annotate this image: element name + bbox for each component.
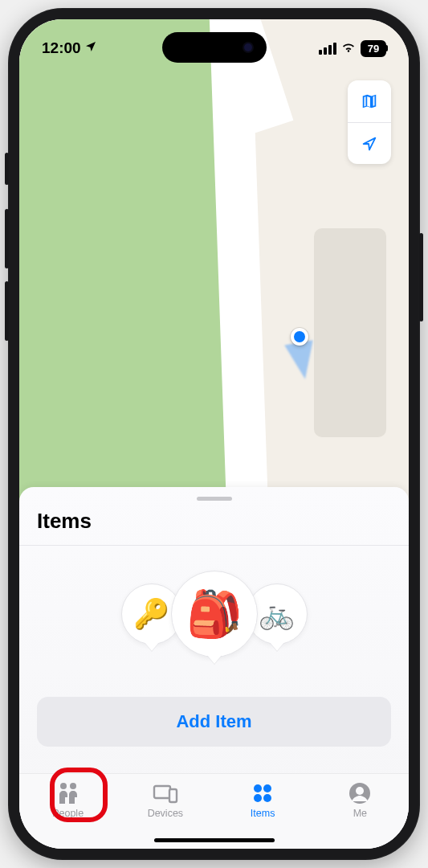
tab-label: Items xyxy=(251,808,275,819)
tab-label: Me xyxy=(353,808,367,819)
recenter-button[interactable] xyxy=(348,122,391,164)
svg-point-0 xyxy=(60,783,67,789)
svg-rect-3 xyxy=(169,789,177,802)
battery-indicator: 79 xyxy=(361,40,386,57)
user-location-dot xyxy=(291,328,308,346)
cellular-signal-icon xyxy=(319,43,336,55)
svg-point-1 xyxy=(70,783,76,789)
me-icon xyxy=(349,780,371,806)
tab-items[interactable]: Items xyxy=(228,780,297,819)
screen: 12:00 79 xyxy=(19,19,409,849)
map-icon xyxy=(361,92,378,110)
sheet-grabber[interactable] xyxy=(197,497,232,501)
location-arrow-icon xyxy=(84,39,97,57)
map-view[interactable] xyxy=(19,19,409,510)
devices-icon xyxy=(152,780,179,806)
svg-point-9 xyxy=(356,787,364,795)
items-icon xyxy=(251,780,274,806)
dynamic-island xyxy=(162,32,267,63)
wifi-icon xyxy=(340,39,357,57)
add-item-button[interactable]: Add Item xyxy=(37,697,391,747)
tab-label: Devices xyxy=(148,808,183,819)
location-arrow-icon xyxy=(361,135,378,153)
svg-point-6 xyxy=(254,794,262,802)
item-bubble-backpack: 🎒 xyxy=(171,571,258,657)
clock-text: 12:00 xyxy=(42,39,81,57)
volume-down-button xyxy=(5,281,9,341)
home-indicator[interactable] xyxy=(154,838,275,842)
map-style-button[interactable] xyxy=(348,80,391,122)
power-button xyxy=(419,233,423,321)
svg-point-7 xyxy=(263,794,271,802)
tab-label: People xyxy=(52,808,84,819)
items-illustration: 🔑 🎒 🚲 xyxy=(19,546,409,682)
bottom-sheet[interactable]: Items 🔑 🎒 🚲 Add Item People xyxy=(19,487,409,849)
map-building xyxy=(314,228,386,437)
phone-frame: 12:00 79 xyxy=(8,8,420,860)
volume-up-button xyxy=(5,209,9,268)
map-controls xyxy=(348,80,391,164)
svg-rect-2 xyxy=(154,786,170,798)
svg-point-4 xyxy=(254,784,262,792)
side-button xyxy=(5,153,9,185)
svg-point-5 xyxy=(263,784,271,792)
sheet-title: Items xyxy=(19,509,409,545)
user-heading-cone xyxy=(284,340,319,382)
tab-people[interactable]: People xyxy=(34,780,103,819)
tab-devices[interactable]: Devices xyxy=(131,780,200,819)
tab-bar: People Devices Items xyxy=(19,773,409,849)
people-icon xyxy=(55,780,82,806)
tab-me[interactable]: Me xyxy=(325,780,394,819)
